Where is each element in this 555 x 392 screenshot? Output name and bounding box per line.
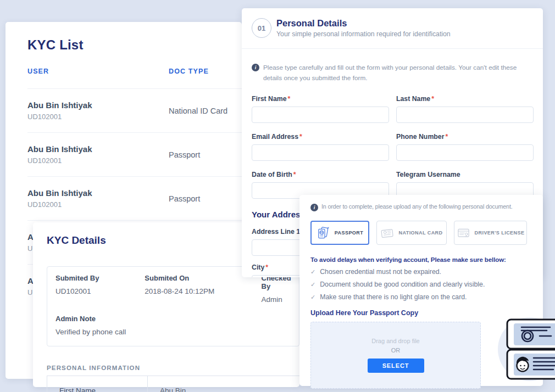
last-name-label: Last Name (396, 95, 430, 103)
upload-here-title: Upload Here Your Passport Copy (310, 309, 532, 317)
user-id: UD102001 (27, 200, 169, 209)
address-line-1-label: Address Line 1 (252, 228, 300, 236)
upload-instructions-list: ✓ Chosen credential must not be expaired… (310, 268, 532, 301)
passport-option-button[interactable]: PASSPORT (310, 221, 369, 245)
instruction-item: ✓ Document should be good condition and … (310, 281, 532, 288)
personal-information-section-title: PERSONAL INFORMATION (47, 365, 299, 371)
phone-number-input[interactable] (396, 144, 534, 161)
doc-type: Passport (169, 150, 200, 159)
upload-notice: i In order to complete, please upload an… (310, 201, 532, 211)
user-id: UD102001 (27, 156, 169, 165)
step-header: 01 Personal Details Your simple personal… (242, 8, 543, 49)
last-name-input[interactable] (396, 107, 534, 123)
id-cards-illustration (504, 313, 555, 384)
personal-details-title: Personal Details (276, 18, 451, 29)
kyc-dashboard: KYC List USER DOC TYPE Abu Bin Ishtiyak … (0, 0, 555, 392)
submitted-by-label: Submited By (56, 274, 145, 282)
instruction-text: Chosen credential must not be expaired. (320, 268, 441, 276)
kyc-list-header-row: USER DOC TYPE (27, 68, 242, 88)
instruction-item: ✓ Chosen credential must not be expaired… (310, 268, 532, 276)
phone-number-label: Phone Number (396, 133, 444, 141)
form-notice-text: Please type carefully and fill out the f… (263, 63, 526, 83)
doc-type: National ID Card (169, 107, 227, 115)
instruction-item: ✓ Make sure that there is no light glare… (310, 293, 532, 301)
email-address-label: Email Address (252, 133, 298, 141)
file-dropzone[interactable]: Drag and drop file OR SELECT (310, 322, 481, 389)
drivers-license-option-label: DRIVER'S LICENSE (475, 230, 525, 236)
required-marker: * (431, 95, 434, 103)
user-id: UD102001 (27, 113, 169, 121)
email-address-input[interactable] (252, 144, 389, 161)
national-card-option-label: NATIONAL CARD (398, 230, 442, 236)
column-header-user: USER (27, 68, 169, 75)
admin-note-label: Admin Note (56, 315, 299, 323)
dropzone-hint: Drag and drop file (371, 338, 419, 344)
doc-type: Passport (169, 194, 200, 203)
upload-instructions-title: To avoid delays when verifying account, … (310, 256, 532, 263)
user-name: Abu Bin Ishtiyak (27, 144, 169, 154)
last-name-field: Last Name* (396, 95, 534, 123)
checked-by-value: Admin (262, 295, 299, 304)
required-marker: * (265, 264, 268, 271)
user-name: Abu Bin Ishtiyak (27, 188, 169, 198)
first-name-label: First Name (252, 95, 287, 103)
check-icon: ✓ (310, 281, 315, 288)
step-number-badge: 01 (252, 18, 271, 38)
kyc-list-row[interactable]: Abu Bin Ishtiyak UD102001 Passport (27, 176, 242, 220)
national-card-option-button[interactable]: NATIONAL CARD (376, 221, 447, 245)
date-of-birth-label: Date of Birth (252, 171, 292, 178)
national-card-icon (380, 226, 394, 240)
form-notice: i Please type carefully and fill out the… (242, 49, 543, 83)
dropzone-or: OR (391, 347, 401, 354)
check-icon: ✓ (310, 294, 315, 301)
passport-icon (317, 226, 330, 240)
admin-note-value: Verified by phone call (56, 328, 299, 336)
document-type-options: PASSPORT NATIONAL CARD (310, 221, 532, 245)
column-header-doc-type: DOC TYPE (169, 68, 209, 75)
required-marker: * (445, 133, 448, 141)
submitted-on-value: 2018-08-24 10:12PM (145, 287, 261, 295)
first-name-field: First Name* (252, 95, 389, 123)
table-cell-value: Abu Bin (148, 376, 186, 392)
first-name-input[interactable] (252, 107, 389, 123)
drivers-license-option-button[interactable]: DRIVER'S LICENSE (454, 221, 527, 245)
check-icon: ✓ (310, 268, 315, 276)
select-file-button[interactable]: SELECT (368, 359, 424, 373)
personal-details-subtitle: Your simple personal information require… (276, 30, 451, 38)
submitted-by-value: UD102001 (56, 287, 145, 295)
phone-number-field: Phone Number* (396, 133, 534, 161)
instruction-text: Document should be good condition and cl… (320, 281, 485, 288)
info-icon: i (310, 204, 318, 211)
info-icon: i (252, 64, 259, 71)
required-marker: * (288, 95, 291, 103)
user-name: Abu Bin Ishtiyak (27, 100, 169, 110)
instruction-text: Make sure that there is no light glare o… (320, 293, 467, 301)
kyc-list-row[interactable]: Abu Bin Ishtiyak UD102001 Passport (27, 132, 242, 176)
passport-option-label: PASSPORT (335, 230, 363, 236)
kyc-list-title: KYC List (27, 37, 242, 53)
required-marker: * (293, 171, 296, 178)
personal-information-table: First Name Abu Bin (47, 376, 305, 392)
required-marker: * (299, 133, 302, 141)
kyc-list-row[interactable]: Abu Bin Ishtiyak UD102001 National ID Ca… (27, 88, 242, 132)
email-address-field: Email Address* (252, 133, 389, 161)
table-cell-label: First Name (47, 376, 148, 392)
kyc-details-summary-box: Submited By UD102001 Submited On 2018-08… (47, 266, 299, 346)
telegram-username-label: Telegram Username (396, 171, 460, 178)
city-label: City (252, 264, 264, 271)
drivers-license-icon (457, 226, 470, 240)
upload-notice-text: In order to complete, please upload any … (321, 203, 513, 210)
